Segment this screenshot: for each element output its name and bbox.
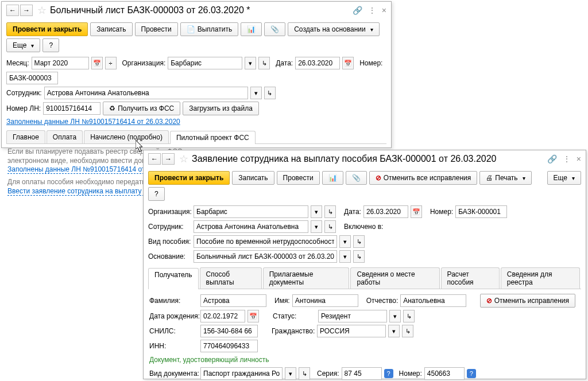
attach-button[interactable]: 📎 <box>264 22 285 36</box>
write-button[interactable]: Записать <box>90 22 132 36</box>
month-input[interactable] <box>32 57 89 69</box>
more-icon[interactable]: ⋮ <box>368 6 376 15</box>
star-icon[interactable]: ☆ <box>179 153 188 165</box>
tab-workplace[interactable]: Сведения о месте работы <box>350 267 439 289</box>
kind-label: Вид пособия: <box>148 238 191 246</box>
tab-main[interactable]: Главное <box>6 130 45 143</box>
create-on-button[interactable]: Создать на основании <box>288 22 380 36</box>
link-icon[interactable]: 🔗 <box>353 6 362 15</box>
dropdown-icon[interactable]: ▾ <box>245 57 256 69</box>
patr-input[interactable] <box>400 294 466 307</box>
dropdown-icon[interactable]: ▾ <box>250 87 262 99</box>
surname-input[interactable] <box>200 294 266 307</box>
open-icon[interactable]: ↳ <box>299 367 310 380</box>
pay-button[interactable]: 📄 Выплатить <box>180 22 239 36</box>
dropdown-icon[interactable]: ▾ <box>285 367 296 380</box>
included-label: Включено в: <box>344 223 383 231</box>
nav-fwd[interactable]: → <box>162 153 175 165</box>
bdate-input[interactable] <box>200 310 245 322</box>
stepper-icon[interactable]: ÷ <box>105 57 117 69</box>
open-icon[interactable]: ↳ <box>353 235 365 248</box>
series-input[interactable] <box>342 367 382 380</box>
open-icon[interactable]: ↳ <box>324 220 336 233</box>
open-icon[interactable]: ↳ <box>403 310 415 322</box>
num-input[interactable] <box>6 72 58 84</box>
calendar-icon[interactable]: 📅 <box>342 57 354 69</box>
post-close-button[interactable]: Провести и закрыть <box>6 22 88 36</box>
num-label: Номер: <box>430 208 453 216</box>
tab-registry[interactable]: Сведения для реестра <box>501 267 580 289</box>
num-input[interactable] <box>455 205 507 218</box>
org-input[interactable] <box>194 205 308 218</box>
kind-input[interactable] <box>194 235 337 248</box>
help-icon[interactable]: ? <box>384 369 393 378</box>
dropdown-icon[interactable]: ▾ <box>311 220 322 233</box>
dnum-input[interactable] <box>424 367 465 380</box>
link-icon[interactable]: 🔗 <box>547 154 557 164</box>
toolbar: Провести и закрыть Записать Провести 📄 В… <box>2 19 391 56</box>
org-input[interactable] <box>168 57 242 69</box>
cancel-fix-button[interactable]: ⊘ Отменить исправления <box>480 294 575 308</box>
nav-fwd[interactable]: → <box>20 5 33 16</box>
cit-input[interactable] <box>317 325 386 337</box>
open-icon[interactable]: ↳ <box>324 205 336 218</box>
attach-button[interactable]: 📎 <box>346 171 367 185</box>
post-button[interactable]: Провести <box>277 171 320 185</box>
help-button[interactable]: ? <box>42 38 59 52</box>
close-icon[interactable]: × <box>382 6 386 15</box>
date-input[interactable] <box>295 57 340 69</box>
snils-input[interactable] <box>200 325 258 337</box>
get-fss-button[interactable]: ♻ Получить из ФСС <box>103 102 180 115</box>
cancel-all-button[interactable]: ⊘ Отменить все исправления <box>369 171 478 185</box>
open-icon[interactable]: ↳ <box>353 250 365 263</box>
tab-recipient[interactable]: Получатель <box>148 268 199 289</box>
star-icon[interactable]: ☆ <box>37 4 47 17</box>
open-icon[interactable]: ↳ <box>264 87 276 99</box>
report-button[interactable]: 📊 <box>241 22 262 36</box>
more-button[interactable]: Еще <box>547 171 581 185</box>
status-input[interactable] <box>318 310 387 322</box>
tab-pilot-fss[interactable]: Пилотный проект ФСС <box>170 131 256 144</box>
inn-input[interactable] <box>200 340 258 352</box>
help-button[interactable]: ? <box>148 187 165 201</box>
tab-payment-method[interactable]: Способ выплаты <box>200 267 262 289</box>
dropdown-icon[interactable]: ▾ <box>388 325 400 337</box>
emp-input[interactable] <box>44 87 248 99</box>
calendar-icon[interactable]: 📅 <box>411 205 422 218</box>
write-button[interactable]: Записать <box>232 171 274 185</box>
tab-accrued[interactable]: Начислено (подробно) <box>84 130 169 143</box>
dropdown-icon[interactable]: ▾ <box>339 250 351 263</box>
nav-back[interactable]: ← <box>6 5 19 16</box>
dropdown-icon[interactable]: ▾ <box>389 310 401 322</box>
print-button[interactable]: 🖨 Печать <box>479 171 531 185</box>
close-icon[interactable]: × <box>577 154 581 164</box>
open-icon[interactable]: ↳ <box>402 325 413 337</box>
emp-input[interactable] <box>194 220 308 233</box>
help-icon[interactable]: ? <box>467 369 476 378</box>
tab-attached[interactable]: Прилагаемые документы <box>263 267 350 289</box>
post-button[interactable]: Провести <box>135 22 178 36</box>
open-icon[interactable]: ↳ <box>258 57 270 69</box>
more-icon[interactable]: ⋮ <box>563 154 571 164</box>
tab-payment[interactable]: Оплата <box>47 130 83 143</box>
window-title: Заявление сотрудника на выплату пособия … <box>192 154 547 164</box>
name-input[interactable] <box>292 294 358 307</box>
nav-back[interactable]: ← <box>148 153 161 165</box>
recipient-pane: Фамилия: Имя: Отчество: ⊘ Отменить испра… <box>144 289 586 381</box>
tab-calc[interactable]: Расчет пособия <box>441 267 500 289</box>
more-button[interactable]: Еще <box>6 38 40 52</box>
date-input[interactable] <box>363 205 408 218</box>
data-filled-link[interactable]: Заполнены данные ЛН №910015716414 от 26.… <box>6 118 180 126</box>
post-close-button[interactable]: Провести и закрыть <box>148 171 230 185</box>
calendar-icon[interactable]: 📅 <box>91 57 103 69</box>
ln-input[interactable] <box>43 102 100 115</box>
dropdown-icon[interactable]: ▾ <box>311 205 322 218</box>
load-file-button[interactable]: Загрузить из файла <box>183 102 259 115</box>
series-label: Серия: <box>317 370 339 378</box>
cit-label: Гражданство: <box>272 327 315 335</box>
doc-kind-input[interactable] <box>200 367 283 380</box>
dropdown-icon[interactable]: ▾ <box>339 235 351 248</box>
basis-input[interactable] <box>194 250 337 263</box>
report-button[interactable]: 📊 <box>322 171 343 185</box>
calendar-icon[interactable]: 📅 <box>247 310 259 322</box>
